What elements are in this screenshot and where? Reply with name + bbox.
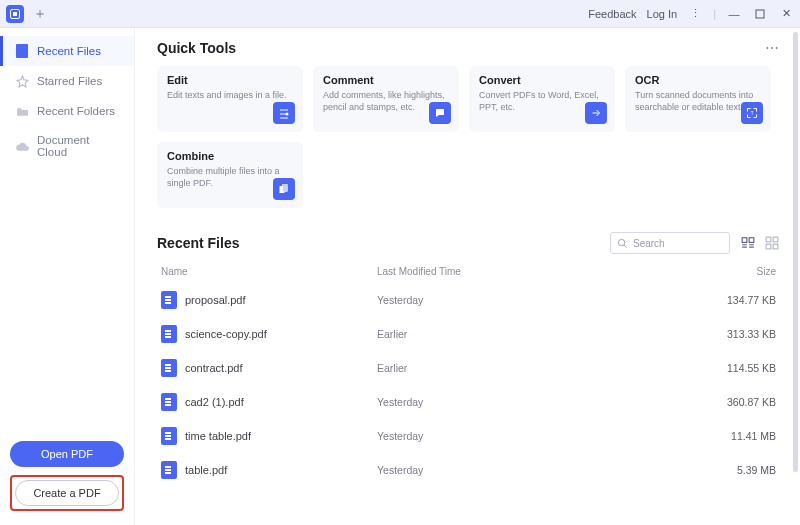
quick-tools-heading: Quick Tools (157, 40, 236, 56)
pdf-file-icon (161, 427, 177, 445)
sidebar-item-label: Document Cloud (37, 134, 122, 158)
svg-rect-12 (773, 237, 778, 242)
file-time: Earlier (377, 328, 700, 340)
sidebar-item-label: Recent Folders (37, 105, 115, 117)
col-time: Last Modified Time (377, 266, 700, 277)
create-pdf-highlight: Create a PDF (10, 475, 124, 511)
quick-tool-combine[interactable]: Combine Combine multiple files into a si… (157, 142, 303, 208)
svg-rect-13 (766, 244, 771, 249)
pdf-file-icon (161, 325, 177, 343)
file-size: 134.77 KB (700, 294, 780, 306)
file-time: Yesterday (377, 396, 700, 408)
svg-point-8 (618, 239, 624, 245)
pdf-file-icon (161, 291, 177, 309)
folder-icon (15, 104, 29, 118)
file-size: 114.55 KB (700, 362, 780, 374)
card-title: Edit (167, 74, 293, 86)
file-size: 313.33 KB (700, 328, 780, 340)
pdf-file-icon (161, 393, 177, 411)
table-row[interactable]: contract.pdf Earlier 114.55 KB (157, 351, 780, 385)
card-title: OCR (635, 74, 761, 86)
comment-icon (429, 102, 451, 124)
grid-view-icon[interactable] (764, 235, 780, 251)
card-desc: Edit texts and images in a file. (167, 89, 293, 101)
file-name: time table.pdf (185, 430, 251, 442)
table-row[interactable]: table.pdf Yesterday 5.39 MB (157, 453, 780, 487)
card-title: Convert (479, 74, 605, 86)
file-name: proposal.pdf (185, 294, 246, 306)
combine-icon (273, 178, 295, 200)
ocr-icon: T (741, 102, 763, 124)
quick-tool-comment[interactable]: Comment Add comments, like highlights, p… (313, 66, 459, 132)
pdf-file-icon (161, 461, 177, 479)
star-icon (15, 74, 29, 88)
svg-rect-14 (773, 244, 778, 249)
file-time: Yesterday (377, 430, 700, 442)
quick-tool-edit[interactable]: Edit Edit texts and images in a file. (157, 66, 303, 132)
svg-rect-1 (13, 12, 17, 16)
file-time: Yesterday (377, 464, 700, 476)
login-link[interactable]: Log In (647, 8, 678, 20)
sidebar-item-recent-folders[interactable]: Recent Folders (0, 96, 134, 126)
svg-rect-10 (749, 238, 754, 243)
kebab-menu-icon[interactable]: ⋮ (687, 6, 703, 22)
table-row[interactable]: cad2 (1).pdf Yesterday 360.87 KB (157, 385, 780, 419)
minimize-button[interactable]: — (726, 6, 742, 22)
file-name: cad2 (1).pdf (185, 396, 244, 408)
file-name: table.pdf (185, 464, 227, 476)
list-view-icon[interactable] (740, 235, 756, 251)
file-name: contract.pdf (185, 362, 242, 374)
table-header: Name Last Modified Time Size (157, 262, 780, 283)
quick-tool-ocr[interactable]: OCR Turn scanned documents into searchab… (625, 66, 771, 132)
file-name: science-copy.pdf (185, 328, 267, 340)
search-placeholder: Search (633, 238, 665, 249)
sidebar: Recent Files Starred Files Recent Folder… (0, 28, 135, 525)
svg-rect-2 (756, 10, 764, 18)
document-icon (15, 44, 29, 58)
open-pdf-button[interactable]: Open PDF (10, 441, 124, 467)
file-size: 11.41 MB (700, 430, 780, 442)
col-size: Size (700, 266, 780, 277)
recent-files-heading: Recent Files (157, 235, 239, 251)
app-logo (6, 5, 24, 23)
svg-rect-7 (283, 185, 288, 192)
svg-text:T: T (751, 111, 754, 116)
search-icon (617, 238, 628, 249)
new-tab-button[interactable]: ＋ (32, 6, 48, 22)
search-input[interactable]: Search (610, 232, 730, 254)
quick-tool-convert[interactable]: Convert Convert PDFs to Word, Excel, PPT… (469, 66, 615, 132)
file-time: Earlier (377, 362, 700, 374)
file-size: 360.87 KB (700, 396, 780, 408)
pdf-file-icon (161, 359, 177, 377)
scrollbar[interactable] (793, 32, 798, 472)
titlebar: ＋ Feedback Log In ⋮ | — ✕ (0, 0, 800, 28)
more-icon[interactable]: ⋯ (765, 40, 780, 56)
svg-rect-9 (742, 238, 747, 243)
maximize-button[interactable] (752, 6, 768, 22)
create-pdf-button[interactable]: Create a PDF (15, 480, 119, 506)
svg-rect-11 (766, 237, 771, 242)
table-row[interactable]: time table.pdf Yesterday 11.41 MB (157, 419, 780, 453)
table-row[interactable]: proposal.pdf Yesterday 134.77 KB (157, 283, 780, 317)
card-title: Combine (167, 150, 293, 162)
sidebar-item-document-cloud[interactable]: Document Cloud (0, 126, 134, 166)
sidebar-item-label: Starred Files (37, 75, 102, 87)
svg-point-4 (286, 113, 289, 116)
table-row[interactable]: science-copy.pdf Earlier 313.33 KB (157, 317, 780, 351)
convert-icon (585, 102, 607, 124)
sidebar-item-recent-files[interactable]: Recent Files (0, 36, 134, 66)
sidebar-item-starred-files[interactable]: Starred Files (0, 66, 134, 96)
col-name: Name (157, 266, 377, 277)
content-area: Quick Tools ⋯ Edit Edit texts and images… (135, 28, 800, 525)
card-title: Comment (323, 74, 449, 86)
edit-icon (273, 102, 295, 124)
file-size: 5.39 MB (700, 464, 780, 476)
feedback-link[interactable]: Feedback (588, 8, 636, 20)
cloud-icon (15, 139, 29, 153)
close-button[interactable]: ✕ (778, 6, 794, 22)
sidebar-item-label: Recent Files (37, 45, 101, 57)
file-time: Yesterday (377, 294, 700, 306)
svg-rect-3 (16, 44, 28, 58)
